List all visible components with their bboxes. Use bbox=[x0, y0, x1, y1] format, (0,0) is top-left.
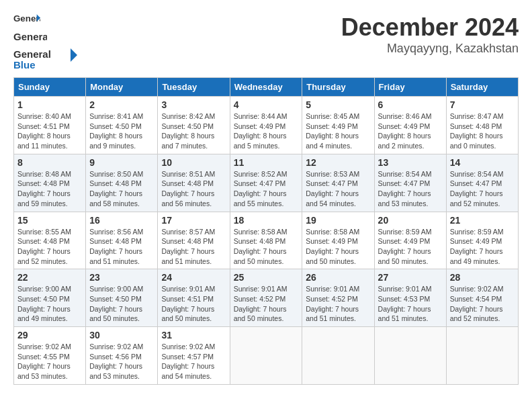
calendar-cell: 14Sunrise: 8:54 AM Sunset: 4:47 PM Dayli… bbox=[446, 154, 518, 212]
day-number: 2 bbox=[89, 99, 154, 110]
weekday-header-friday: Friday bbox=[374, 78, 446, 97]
weekday-header-wednesday: Wednesday bbox=[230, 78, 302, 97]
calendar-cell: 30Sunrise: 9:02 AM Sunset: 4:56 PM Dayli… bbox=[86, 327, 158, 385]
day-info: Sunrise: 9:02 AM Sunset: 4:56 PM Dayligh… bbox=[89, 342, 154, 381]
calendar-cell: 9Sunrise: 8:50 AM Sunset: 4:48 PM Daylig… bbox=[86, 154, 158, 212]
day-number: 1 bbox=[17, 99, 82, 110]
calendar-cell: 17Sunrise: 8:57 AM Sunset: 4:48 PM Dayli… bbox=[158, 212, 230, 269]
calendar-cell: 7Sunrise: 8:47 AM Sunset: 4:48 PM Daylig… bbox=[446, 97, 518, 154]
day-info: Sunrise: 8:42 AM Sunset: 4:50 PM Dayligh… bbox=[161, 111, 226, 151]
day-info: Sunrise: 8:53 AM Sunset: 4:47 PM Dayligh… bbox=[306, 169, 370, 209]
calendar-cell: 5Sunrise: 8:45 AM Sunset: 4:49 PM Daylig… bbox=[302, 97, 374, 154]
day-info: Sunrise: 9:02 AM Sunset: 4:57 PM Dayligh… bbox=[161, 342, 226, 381]
calendar-week-3: 15Sunrise: 8:55 AM Sunset: 4:48 PM Dayli… bbox=[14, 212, 519, 269]
svg-text:General: General bbox=[13, 48, 51, 60]
day-number: 20 bbox=[378, 215, 443, 226]
day-number: 17 bbox=[161, 215, 226, 226]
calendar-cell: 8Sunrise: 8:48 AM Sunset: 4:48 PM Daylig… bbox=[14, 154, 86, 212]
day-number: 4 bbox=[234, 99, 299, 110]
day-info: Sunrise: 9:01 AM Sunset: 4:51 PM Dayligh… bbox=[161, 284, 226, 324]
calendar-cell: 19Sunrise: 8:58 AM Sunset: 4:49 PM Dayli… bbox=[302, 212, 374, 269]
day-number: 11 bbox=[234, 157, 299, 168]
day-info: Sunrise: 8:44 AM Sunset: 4:49 PM Dayligh… bbox=[234, 111, 299, 151]
day-number: 8 bbox=[17, 157, 82, 168]
day-info: Sunrise: 8:59 AM Sunset: 4:49 PM Dayligh… bbox=[378, 227, 443, 267]
weekday-header-thursday: Thursday bbox=[302, 78, 374, 97]
location: Mayqayyng, Kazakhstan bbox=[341, 42, 519, 56]
day-info: Sunrise: 9:02 AM Sunset: 4:54 PM Dayligh… bbox=[450, 284, 515, 324]
day-info: Sunrise: 9:01 AM Sunset: 4:52 PM Dayligh… bbox=[306, 284, 370, 324]
day-info: Sunrise: 8:56 AM Sunset: 4:48 PM Dayligh… bbox=[89, 227, 154, 267]
calendar-cell: 20Sunrise: 8:59 AM Sunset: 4:49 PM Dayli… bbox=[374, 212, 446, 269]
day-number: 12 bbox=[306, 157, 370, 168]
calendar-cell: 15Sunrise: 8:55 AM Sunset: 4:48 PM Dayli… bbox=[14, 212, 86, 269]
day-number: 23 bbox=[89, 272, 154, 283]
day-number: 27 bbox=[378, 272, 443, 283]
weekday-header-saturday: Saturday bbox=[446, 78, 518, 97]
day-info: Sunrise: 8:50 AM Sunset: 4:48 PM Dayligh… bbox=[89, 169, 154, 209]
calendar-cell bbox=[230, 327, 302, 385]
day-info: Sunrise: 8:47 AM Sunset: 4:48 PM Dayligh… bbox=[450, 111, 515, 151]
calendar-cell bbox=[374, 327, 446, 385]
calendar-cell: 2Sunrise: 8:41 AM Sunset: 4:50 PM Daylig… bbox=[86, 97, 158, 154]
day-number: 18 bbox=[234, 215, 299, 226]
day-number: 26 bbox=[306, 272, 370, 283]
day-info: Sunrise: 8:46 AM Sunset: 4:49 PM Dayligh… bbox=[378, 111, 443, 151]
weekday-header-monday: Monday bbox=[86, 78, 158, 97]
calendar-table: SundayMondayTuesdayWednesdayThursdayFrid… bbox=[13, 77, 519, 385]
day-number: 19 bbox=[306, 215, 370, 226]
day-info: Sunrise: 8:58 AM Sunset: 4:49 PM Dayligh… bbox=[306, 227, 370, 267]
calendar-cell: 13Sunrise: 8:54 AM Sunset: 4:47 PM Dayli… bbox=[374, 154, 446, 212]
calendar-cell: 28Sunrise: 9:02 AM Sunset: 4:54 PM Dayli… bbox=[446, 269, 518, 327]
day-number: 15 bbox=[17, 215, 82, 226]
calendar-cell: 12Sunrise: 8:53 AM Sunset: 4:47 PM Dayli… bbox=[302, 154, 374, 212]
svg-text:General: General bbox=[13, 13, 40, 24]
calendar-cell: 26Sunrise: 9:01 AM Sunset: 4:52 PM Dayli… bbox=[302, 269, 374, 327]
weekday-header-sunday: Sunday bbox=[14, 78, 86, 97]
day-number: 16 bbox=[89, 215, 154, 226]
day-info: Sunrise: 9:00 AM Sunset: 4:50 PM Dayligh… bbox=[89, 284, 154, 324]
day-info: Sunrise: 8:48 AM Sunset: 4:48 PM Dayligh… bbox=[17, 169, 82, 209]
day-info: Sunrise: 8:54 AM Sunset: 4:47 PM Dayligh… bbox=[450, 169, 515, 209]
day-info: Sunrise: 8:45 AM Sunset: 4:49 PM Dayligh… bbox=[306, 111, 370, 151]
calendar-week-5: 29Sunrise: 9:02 AM Sunset: 4:55 PM Dayli… bbox=[14, 327, 519, 385]
calendar-cell: 1Sunrise: 8:40 AM Sunset: 4:51 PM Daylig… bbox=[14, 97, 86, 154]
day-info: Sunrise: 8:57 AM Sunset: 4:48 PM Dayligh… bbox=[161, 227, 226, 267]
calendar-cell bbox=[302, 327, 374, 385]
day-number: 14 bbox=[450, 157, 515, 168]
day-number: 13 bbox=[378, 157, 443, 168]
day-info: Sunrise: 8:51 AM Sunset: 4:48 PM Dayligh… bbox=[161, 169, 226, 209]
day-number: 5 bbox=[306, 99, 370, 110]
weekday-header-row: SundayMondayTuesdayWednesdayThursdayFrid… bbox=[14, 78, 519, 97]
day-number: 29 bbox=[17, 330, 82, 340]
day-info: Sunrise: 8:58 AM Sunset: 4:48 PM Dayligh… bbox=[234, 227, 299, 267]
day-info: Sunrise: 9:02 AM Sunset: 4:55 PM Dayligh… bbox=[17, 342, 82, 381]
weekday-header-tuesday: Tuesday bbox=[158, 78, 230, 97]
day-number: 24 bbox=[161, 272, 226, 283]
day-number: 6 bbox=[378, 99, 443, 110]
day-number: 9 bbox=[89, 157, 154, 168]
calendar-cell: 10Sunrise: 8:51 AM Sunset: 4:48 PM Dayli… bbox=[158, 154, 230, 212]
day-info: Sunrise: 8:40 AM Sunset: 4:51 PM Dayligh… bbox=[17, 111, 82, 151]
day-info: Sunrise: 9:00 AM Sunset: 4:50 PM Dayligh… bbox=[17, 284, 82, 324]
day-info: Sunrise: 9:01 AM Sunset: 4:52 PM Dayligh… bbox=[234, 284, 299, 324]
day-info: Sunrise: 9:01 AM Sunset: 4:53 PM Dayligh… bbox=[378, 284, 443, 324]
logo-wordmark: General bbox=[13, 28, 47, 47]
calendar-week-1: 1Sunrise: 8:40 AM Sunset: 4:51 PM Daylig… bbox=[14, 97, 519, 154]
logo-full-icon: General Blue bbox=[13, 47, 81, 71]
day-number: 7 bbox=[450, 99, 515, 110]
day-number: 3 bbox=[161, 99, 226, 110]
calendar-cell: 27Sunrise: 9:01 AM Sunset: 4:53 PM Dayli… bbox=[374, 269, 446, 327]
calendar-cell: 6Sunrise: 8:46 AM Sunset: 4:49 PM Daylig… bbox=[374, 97, 446, 154]
calendar-cell: 24Sunrise: 9:01 AM Sunset: 4:51 PM Dayli… bbox=[158, 269, 230, 327]
calendar-cell bbox=[446, 327, 518, 385]
day-number: 30 bbox=[89, 330, 154, 340]
calendar-cell: 22Sunrise: 9:00 AM Sunset: 4:50 PM Dayli… bbox=[14, 269, 86, 327]
day-info: Sunrise: 8:52 AM Sunset: 4:47 PM Dayligh… bbox=[234, 169, 299, 209]
svg-marker-4 bbox=[71, 48, 77, 62]
calendar-cell: 31Sunrise: 9:02 AM Sunset: 4:57 PM Dayli… bbox=[158, 327, 230, 385]
day-number: 25 bbox=[234, 272, 299, 283]
day-number: 22 bbox=[17, 272, 82, 283]
day-info: Sunrise: 8:59 AM Sunset: 4:49 PM Dayligh… bbox=[450, 227, 515, 267]
page-header: General General General Blue December 20… bbox=[13, 13, 519, 71]
